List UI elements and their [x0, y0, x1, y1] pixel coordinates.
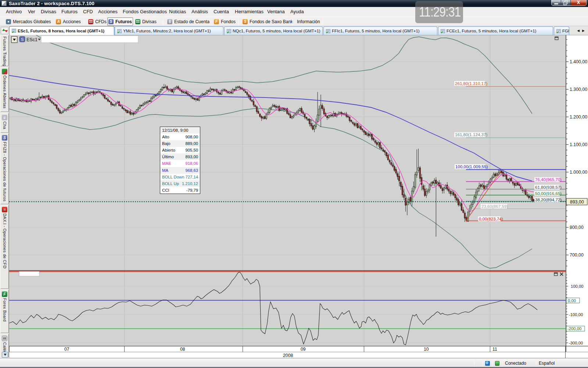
svg-text:1.000,00: 1.000,00 — [570, 170, 587, 175]
svg-text:10: 10 — [424, 347, 429, 352]
svg-text:0,00(823,74): 0,00(823,74) — [479, 216, 503, 221]
svg-text:38,20(894,72): 38,20(894,72) — [535, 197, 562, 202]
svg-text:1.200,00: 1.200,00 — [570, 114, 587, 120]
svg-text:61,80(938,57): 61,80(938,57) — [535, 185, 562, 190]
svg-text:S: S — [21, 37, 24, 42]
svg-text:-200,00: -200,00 — [567, 326, 581, 331]
svg-text:07: 07 — [64, 347, 69, 352]
svg-text:100,00(1.009,55): 100,00(1.009,55) — [455, 164, 488, 169]
svg-text:1.100,00: 1.100,00 — [570, 142, 587, 147]
svg-text:11: 11 — [492, 347, 497, 352]
svg-text:1.400,00: 1.400,00 — [570, 59, 587, 64]
svg-text:09: 09 — [301, 347, 306, 352]
svg-text:893,00: 893,00 — [570, 199, 584, 205]
svg-text:800,00: 800,00 — [570, 225, 584, 230]
svg-text:76,40(965,70): 76,40(965,70) — [535, 177, 562, 182]
svg-text:23,60(867,59): 23,60(867,59) — [481, 204, 508, 209]
svg-text:50,00(916,65): 50,00(916,65) — [535, 191, 562, 196]
svg-text:2008: 2008 — [283, 353, 293, 358]
svg-text:161,80(1.124,37): 161,80(1.124,37) — [455, 132, 487, 137]
svg-text:-100,00: -100,00 — [569, 312, 583, 317]
svg-text:1.300,00: 1.300,00 — [570, 87, 587, 92]
svg-text:ESc1: ESc1 — [26, 37, 37, 42]
svg-text:100,00: 100,00 — [571, 284, 584, 289]
svg-text:261,80(1.310,17): 261,80(1.310,17) — [455, 81, 487, 86]
svg-text:0,00: 0,00 — [568, 298, 576, 303]
svg-text:-300,00: -300,00 — [569, 341, 583, 345]
svg-text:08: 08 — [180, 347, 185, 352]
svg-text:700,00: 700,00 — [570, 252, 584, 258]
